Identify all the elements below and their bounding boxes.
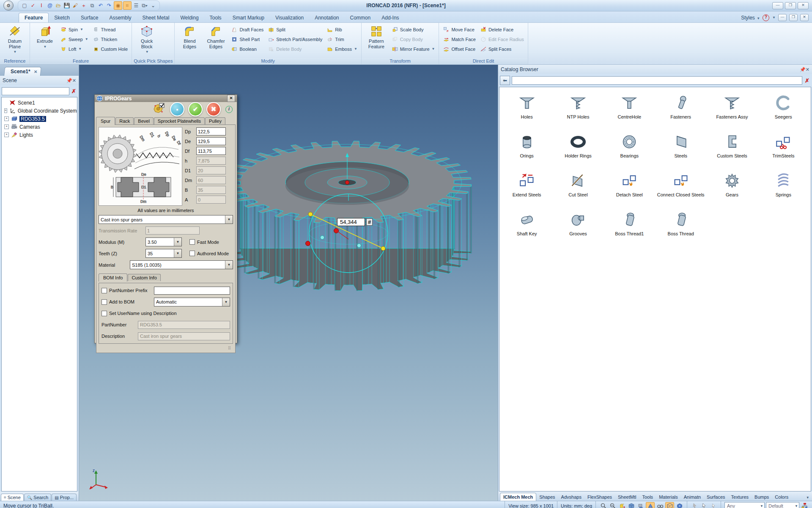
extrude-button[interactable]: Extrude ▼ [32, 24, 58, 58]
thread-button[interactable]: Thread [91, 25, 130, 34]
catalog-item-gears[interactable]: Gears [706, 169, 757, 208]
new-icon[interactable]: ▢ [21, 2, 28, 9]
offset-face-button[interactable]: Offset Face [441, 44, 477, 53]
save-icon[interactable]: 💾 [63, 2, 71, 9]
tree-item-cameras[interactable]: +Cameras [3, 123, 76, 131]
tree-item-global-coordinate-system[interactable]: +Global Coordinate System [3, 107, 76, 115]
spin-button[interactable]: Spin▼ [58, 25, 90, 34]
param-input-df[interactable]: 113,75 [196, 147, 226, 155]
close-button[interactable]: ✕ [798, 2, 809, 9]
chamfer-edges-button[interactable]: Chamfer Edges [203, 24, 228, 58]
open-icon[interactable]: 🗁 [55, 2, 62, 9]
param-input-de[interactable]: 129,5 [196, 137, 226, 145]
help-menu-chevron-icon[interactable]: ▼ [772, 16, 776, 19]
shell-part-button[interactable]: Shell Part [229, 35, 265, 44]
ribbon-tab-common[interactable]: Common [345, 13, 376, 22]
doc-minimize-button[interactable]: — [778, 14, 787, 21]
pin-icon[interactable]: 📌 [66, 78, 72, 83]
dialog-close-button[interactable]: ✕ [227, 95, 235, 102]
glasses-icon[interactable] [656, 502, 664, 508]
bom-tab-bom-info[interactable]: BOM Info [99, 273, 127, 282]
undo-icon[interactable]: ↶ [97, 2, 104, 9]
catalog-item-connect-closed-steels[interactable]: Connect Closed Steels [655, 169, 706, 208]
catalog-item-centrehole[interactable]: CentreHole [604, 91, 655, 130]
redo-icon[interactable]: ↷ [105, 2, 113, 9]
partnumber-prefix-checkbox[interactable]: PartNumber Prefix [102, 288, 151, 293]
catalog-item-detach-steel[interactable]: Detach Steel [604, 169, 655, 208]
catalog-path-field[interactable] [512, 76, 802, 85]
render-icon[interactable]: 🖌 [71, 2, 79, 9]
pointer-disabled-icon[interactable] [691, 502, 699, 508]
add-part-icon[interactable]: ＋ [80, 2, 88, 9]
catalog-tab-colors[interactable]: Colors [772, 493, 791, 501]
panel-tab-prop[interactable]: ▤Prop... [52, 494, 77, 501]
catalog-tab-surfaces[interactable]: Surfaces [704, 493, 728, 501]
minimize-button[interactable]: — [772, 2, 783, 9]
shaded-cube-icon[interactable] [627, 502, 635, 508]
render-wedge-icon[interactable] [646, 502, 655, 508]
ribbon-tab-tools[interactable]: Tools [204, 13, 227, 22]
add-shape-icon[interactable] [618, 502, 626, 508]
ribbon-tab-visualization[interactable]: Visualization [270, 13, 309, 22]
catalog-item-seegers[interactable]: Seegers [758, 91, 809, 130]
add-to-bom-dropdown[interactable]: Automatic▼ [154, 298, 230, 306]
split-faces-button[interactable]: Split Faces [478, 44, 526, 53]
document-tab-scene1[interactable]: Scene1* ✕ [4, 67, 41, 76]
gear-tab-rack[interactable]: Rack [115, 117, 134, 124]
sweep-button[interactable]: Sweep▼ [58, 35, 90, 44]
emboss-button[interactable]: Emboss▼ [325, 44, 359, 53]
catalog-item-fasteners[interactable]: Fasteners [655, 91, 706, 130]
partnumber-prefix-input[interactable] [154, 287, 230, 295]
styles-button[interactable]: Styles ▼ [741, 15, 760, 21]
set-username-checkbox[interactable]: Set UserName using Description [102, 311, 177, 316]
gear-tab-bevel[interactable]: Bevel [134, 117, 154, 124]
teeth-dropdown[interactable]: 35▼ [145, 249, 182, 258]
expand-icon[interactable]: + [4, 108, 7, 113]
cancel-button[interactable]: ✖ [206, 102, 221, 116]
doc-restore-button[interactable]: ❐ [789, 14, 798, 21]
catalog-item-holes[interactable]: Holes [501, 91, 552, 130]
catalog-item-custom-steels[interactable]: Custom Steels [706, 130, 757, 169]
stop-button[interactable]: ▪ [170, 102, 184, 116]
scene-filter-input[interactable] [2, 87, 69, 95]
restore-button[interactable]: ❐ [785, 2, 796, 9]
copy-part-icon[interactable]: ⧉ [88, 2, 96, 9]
dimension-hash-button[interactable]: # [366, 218, 373, 226]
panel-tab-scene[interactable]: ⌗Scene [1, 494, 24, 501]
ribbon-tab-surface[interactable]: Surface [75, 13, 104, 22]
render-style-dropdown[interactable]: Default▼ [766, 502, 799, 508]
gear-type-dropdown[interactable]: Cast iron spur gears▼ [99, 215, 233, 224]
catalog-item-fasteners-assy[interactable]: Fasteners Assy [706, 91, 757, 130]
custom-hole-button[interactable]: Custom Hole [91, 44, 130, 53]
pattern-feature-button[interactable]: Pattern Feature [364, 24, 389, 58]
catalog-clear-icon[interactable]: ✗ [804, 77, 810, 84]
structure-browser-icon[interactable]: ⌗ [123, 1, 132, 10]
selection-filter-dropdown[interactable]: Any▼ [724, 502, 765, 508]
triball-icon[interactable]: ◉ [114, 1, 122, 10]
panel-tab-search[interactable]: 🔍Search [24, 494, 51, 501]
zoom-window-icon[interactable] [599, 502, 607, 508]
catalog-item-orings[interactable]: Orings [501, 130, 552, 169]
catalog-item-extend-steels[interactable]: Extend Steels [501, 169, 552, 208]
info-icon[interactable]: i [225, 106, 233, 113]
catalog-tab-icmech-mech[interactable]: ICMech Mech [500, 493, 536, 501]
catalog-tab-shapes[interactable]: Shapes [536, 493, 558, 501]
draft-faces-button[interactable]: Draft Faces [229, 25, 265, 34]
catalog-tab-materials[interactable]: Materials [656, 493, 681, 501]
properties-icon[interactable]: ☰ [132, 2, 140, 9]
delete-face-button[interactable]: Delete Face [478, 25, 526, 34]
authored-mode-checkbox[interactable]: Authored Mode [189, 251, 229, 256]
rib-button[interactable]: Rib [325, 25, 359, 34]
export-icon[interactable]: @ [46, 2, 54, 9]
add-to-bom-checkbox[interactable]: Add to BOM [102, 299, 151, 305]
copy-stack-icon[interactable]: ⧉▾ [141, 2, 148, 9]
blend-edges-button[interactable]: Blend Edges [177, 24, 202, 58]
pointer-icon[interactable] [700, 502, 708, 508]
catalog-item-boss-thread1[interactable]: Boss Thread1 [604, 208, 655, 247]
expand-icon[interactable]: + [4, 133, 9, 137]
app-button[interactable]: ⚙ [0, 0, 17, 11]
match-face-button[interactable]: Match Face [441, 35, 477, 44]
tree-item-rdg353-5[interactable]: +RDG353.5 [3, 115, 76, 123]
ribbon-tab-welding[interactable]: Welding [175, 13, 204, 22]
loft-button[interactable]: Loft▼ [58, 44, 90, 53]
